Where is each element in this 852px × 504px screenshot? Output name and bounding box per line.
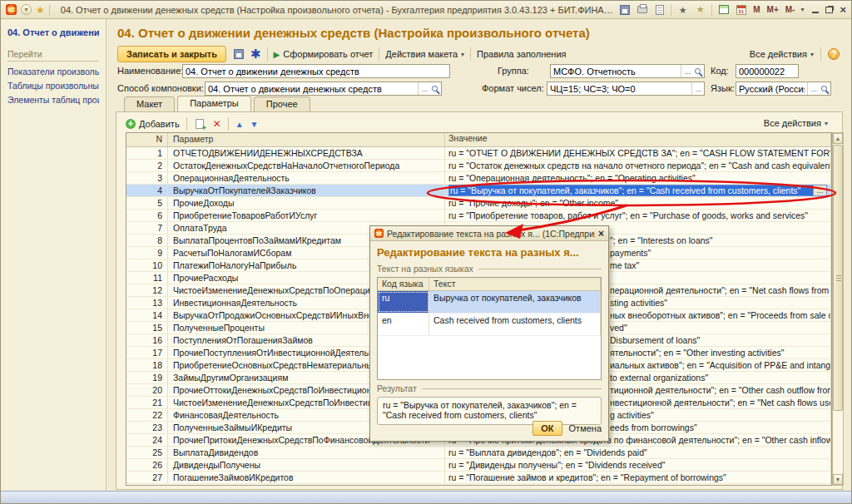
row-value-cell: ru = "Приобретение товаров, работ и услу…	[445, 210, 831, 221]
cancel-button[interactable]: Отмена	[569, 423, 602, 433]
customize-toolbar-chevron-icon[interactable]: ▾	[800, 6, 804, 13]
memory-m-minus-button[interactable]: M-	[785, 5, 796, 14]
list-all-actions-menu[interactable]: Все действия ▾	[764, 118, 828, 128]
titlebar-divider	[49, 4, 50, 16]
group-ellipsis-button[interactable]: ...	[681, 65, 693, 77]
format-ellipsis-button[interactable]: ...	[691, 82, 704, 95]
show-favorites-icon[interactable]: ★	[694, 4, 706, 16]
value-inline-editor[interactable]: ru = "Выручка от покупателей, заказчиков…	[448, 185, 827, 196]
toolbar-divider	[186, 117, 187, 131]
sidebar-nav-item[interactable]: Элементы таблиц произв...	[7, 95, 99, 105]
sidebar-nav-item[interactable]: Показатели произвольны...	[7, 67, 99, 77]
composition-field[interactable]: ...	[205, 82, 442, 96]
tab-Параметры[interactable]: Параметры	[177, 96, 251, 111]
language-row[interactable]: enCash received from customers, clients	[378, 314, 601, 336]
memory-m-button[interactable]: M	[752, 5, 760, 14]
code-field[interactable]	[736, 64, 799, 78]
row-number-cell: 23	[126, 422, 168, 433]
row-number-cell: 7	[126, 222, 168, 234]
value-text: ru = "Операционная деятельность"; en = "…	[448, 173, 696, 183]
language-lookup-icon[interactable]	[821, 86, 827, 91]
selected-value-text: ru = "Выручка от покупателей, заказчиков…	[449, 185, 813, 196]
save-icon[interactable]	[618, 4, 631, 16]
layout-actions-menu[interactable]: Действия макета ▾	[385, 49, 464, 59]
column-header-lang-code[interactable]: Код языка	[378, 278, 429, 290]
row-number-cell: 8	[126, 235, 168, 246]
window-title: 04. Отчет о движении денежных средств (Н…	[54, 5, 614, 15]
table-row[interactable]: 3ОперационнаяДеятельностьru = "Операцион…	[126, 172, 831, 185]
language-text-cell: Выручка от покупателей, заказчиков	[429, 291, 601, 313]
table-row[interactable]: 4ВыручкаОтПокупателейЗаказчиковru = "Выр…	[126, 185, 831, 197]
composition-lookup-icon[interactable]	[432, 86, 438, 91]
move-up-button[interactable]: ▲	[235, 120, 244, 129]
group-field[interactable]: ...	[550, 64, 705, 78]
memory-m-plus-button[interactable]: M+	[766, 5, 780, 14]
minimize-button[interactable]	[812, 12, 819, 13]
table-row[interactable]: 25ВыплатаДивидендовru = "Выплата дивиден…	[126, 447, 831, 459]
row-number-cell: 4	[126, 185, 168, 196]
add-favorite-icon[interactable]: ★	[676, 4, 689, 16]
column-header-n[interactable]: N	[126, 133, 168, 146]
print-icon[interactable]	[636, 4, 648, 16]
language-field[interactable]: ...	[736, 82, 831, 96]
group-lookup-icon[interactable]	[695, 68, 701, 74]
language-ellipsis-button[interactable]: ...	[807, 82, 820, 95]
tab-Прочее[interactable]: Прочее	[254, 96, 310, 111]
table-row[interactable]: 5ПрочиеДоходыru = "Прочие доходы"; en = …	[126, 197, 831, 210]
row-value-cell: ru = "Погашение займов и кредитов"; en =…	[445, 472, 831, 483]
restore-button[interactable]	[825, 7, 833, 13]
calculator-icon[interactable]	[717, 4, 730, 16]
fill-rules-button[interactable]: Правила заполнения	[477, 49, 567, 59]
column-header-param[interactable]: Параметр	[168, 133, 445, 146]
column-header-value[interactable]: Значение	[445, 133, 831, 146]
number-format-field[interactable]: ...	[547, 82, 705, 96]
group-label: Группа:	[498, 64, 529, 78]
add-row-button[interactable]: + Добавить	[126, 119, 180, 129]
ok-button[interactable]: ОК	[532, 421, 562, 436]
language-input[interactable]	[736, 84, 807, 94]
composition-input[interactable]	[206, 84, 418, 94]
help-button[interactable]: ?	[828, 48, 840, 60]
name-label: Наименование:	[117, 64, 183, 78]
vertical-scrollbar[interactable]: ▲ ▼	[832, 132, 844, 486]
composition-ellipsis-button[interactable]: ...	[418, 82, 430, 95]
column-header-lang-text[interactable]: Текст	[429, 278, 601, 290]
language-row[interactable]: ruВыручка от покупателей, заказчиков	[378, 291, 601, 314]
table-row[interactable]: 2ОстатокДенежныхСредствНаНачалоОтчетного…	[126, 160, 831, 172]
save-and-close-button[interactable]: Записать и закрыть	[117, 46, 226, 62]
group-input[interactable]	[551, 67, 681, 77]
value-ellipsis-button[interactable]: ...	[813, 185, 826, 195]
tab-Макет[interactable]: Макет	[124, 96, 175, 111]
move-down-button[interactable]: ▼	[250, 120, 259, 129]
code-input[interactable]	[736, 67, 798, 77]
value-text: ru = "ОТЧЕТ О ДВИЖЕНИИ ДЕНЕЖНЫХ СРЕДСТВ …	[448, 148, 831, 158]
sidebar-nav-item[interactable]: Таблицы произвольных о...	[7, 81, 99, 91]
scroll-up-icon[interactable]: ▲	[833, 133, 843, 144]
print-preview-icon[interactable]	[653, 4, 666, 16]
table-row[interactable]: 6ПриобретениеТоваровРаботИУслугru = "При…	[126, 210, 831, 222]
name-input[interactable]	[183, 67, 449, 77]
sidebar: 04. Отчет о движении... Перейти Показате…	[1, 19, 106, 492]
table-row[interactable]: 27ПогашениеЗаймовИКредитовru = "Погашени…	[126, 472, 831, 484]
dialog-close-icon[interactable]: ×	[598, 228, 604, 240]
number-format-input[interactable]	[547, 84, 691, 94]
table-row[interactable]: 26ДивидендыПолученыru = "Дивиденды получ…	[126, 459, 831, 472]
calendar-icon[interactable]: 31	[735, 4, 747, 16]
delete-row-button[interactable]: ✕	[213, 118, 221, 130]
favorites-star-icon[interactable]: ★	[36, 5, 45, 15]
copy-row-button[interactable]	[194, 118, 206, 130]
table-row[interactable]: 1ОТЧЕТОДВИЖЕНИИДЕНЕЖНЫХСРЕДСТВЗАru = "ОТ…	[126, 147, 831, 160]
scroll-down-icon[interactable]: ▼	[833, 474, 843, 485]
main-menu-button[interactable]: ▾	[21, 4, 32, 15]
composition-label: Способ компоновки:	[117, 82, 204, 96]
row-param-cell: ДивидендыПолучены	[168, 459, 445, 471]
titlebar-divider	[711, 4, 712, 16]
generate-report-button[interactable]: ▶ Сформировать отчет	[274, 49, 374, 59]
name-field[interactable]	[182, 64, 450, 78]
close-button[interactable]: ×	[840, 5, 846, 15]
all-actions-menu[interactable]: Все действия ▾	[750, 49, 814, 59]
toolbar-divider	[267, 47, 268, 61]
save-icon[interactable]	[232, 48, 245, 60]
scrollbar-thumb[interactable]	[833, 145, 843, 411]
magic-refresh-icon[interactable]: ✱	[250, 47, 261, 62]
